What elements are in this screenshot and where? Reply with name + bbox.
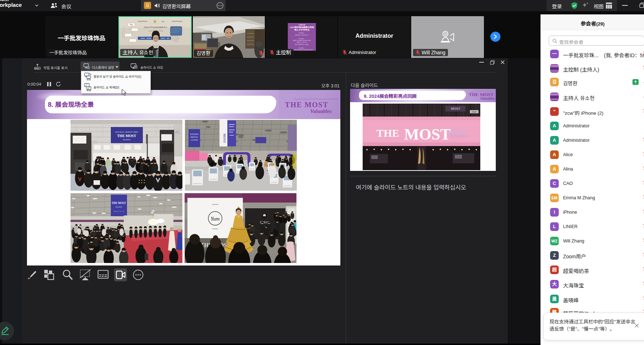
svg-text:THE MOST: THE MOST <box>112 201 126 205</box>
svg-text:2024 SEOUL JEWELRY WEEK: 2024 SEOUL JEWELRY WEEK <box>115 131 139 133</box>
svg-text:THE MOST: THE MOST <box>117 134 136 138</box>
svg-text:MOST: MOST <box>404 126 451 143</box>
svg-text:Valuables: Valuables <box>123 139 131 141</box>
svg-text:Yum: Yum <box>210 216 219 222</box>
svg-text:2024. 09. 10 - 13: 2024. 09. 10 - 13 <box>114 211 124 212</box>
svg-text:LOUNGE: LOUNGE <box>191 139 198 141</box>
svg-text:Valuables: Valuables <box>450 133 468 139</box>
svg-text:THE: THE <box>376 127 399 139</box>
svg-text:A1: A1 <box>175 130 180 134</box>
svg-text:MOST: MOST <box>451 107 461 110</box>
svg-text:BUSINESS: BUSINESS <box>190 133 198 135</box>
svg-text:中国水产产业链综合服务平台: 中国水产产业链综合服务平台 <box>144 26 167 28</box>
svg-text:MEETING: MEETING <box>191 136 198 138</box>
svg-text:MOST: MOST <box>223 133 226 143</box>
svg-text:M28: M28 <box>472 111 476 113</box>
svg-text:Valuables: Valuables <box>115 206 122 208</box>
